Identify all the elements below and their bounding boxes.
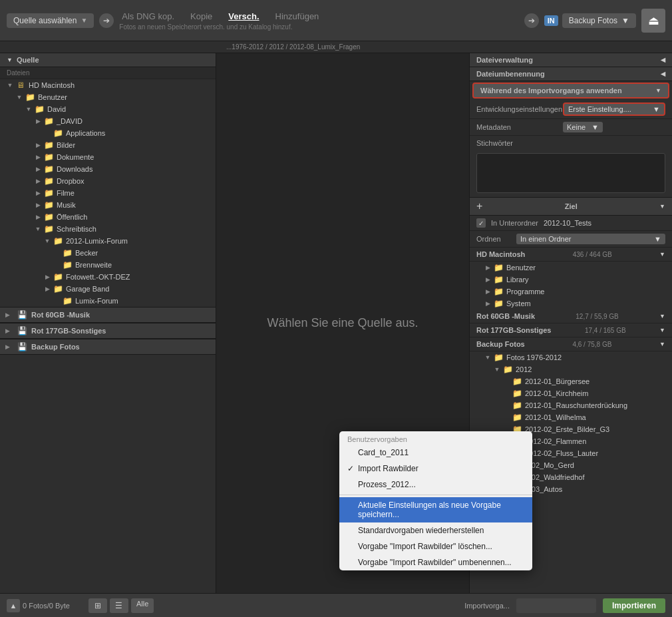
- source-header-label: Quelle: [17, 56, 39, 64]
- hd-folder-icon: 🖥: [15, 81, 27, 90]
- dest-backup-name: Backup Fotos: [476, 340, 525, 348]
- tree-item-david-folder[interactable]: ▶ 📁 _DAVID: [0, 115, 216, 127]
- dropdown-item-card[interactable]: Card_to_2011: [339, 445, 532, 461]
- tree-item-becker[interactable]: 📁 Becker: [0, 247, 216, 259]
- list-view-button[interactable]: ☰: [110, 598, 128, 613]
- tree-item-garage-band[interactable]: ▶ 📁 Garage Band: [0, 283, 216, 295]
- dest-rot177gb[interactable]: Rot 177GB-Sonstiges 17,4 / 165 GB ▼: [470, 323, 672, 337]
- tree-item-hd-macintosh[interactable]: ▼ 🖥 HD Macintosh: [0, 79, 216, 91]
- target-header: + Ziel ▼: [470, 197, 672, 216]
- dest-rausch[interactable]: 📁 2012-01_Rauschunterdrückung: [470, 399, 672, 411]
- backup-label: Backup Fotos: [569, 16, 617, 25]
- nav-forward-button[interactable]: ➔: [524, 13, 539, 28]
- tree-item-dokumente[interactable]: ▶ 📁 Dokumente: [0, 151, 216, 163]
- mode-add-button[interactable]: Hinzufügen: [273, 10, 322, 23]
- tree-item-fotowett[interactable]: ▶ 📁 Fotowett.-OKT-DEZ: [0, 271, 216, 283]
- tree-item-applications[interactable]: 📁 Applications: [0, 127, 216, 139]
- nav-back-button[interactable]: ➔: [99, 13, 114, 28]
- dest-2012-toggle-icon: ▼: [492, 366, 502, 373]
- mode-move-button[interactable]: Versch.: [226, 10, 261, 23]
- dropdown-item-prozess[interactable]: Prozess_2012...: [339, 477, 532, 493]
- tree-item-bilder[interactable]: ▶ 📁 Bilder: [0, 139, 216, 151]
- tree-item-schreibtisch[interactable]: ▼ 📁 Schreibtisch: [0, 223, 216, 235]
- dest-wilhelma[interactable]: 📁 2012-01_Wilhelma: [470, 411, 672, 423]
- dest-wilhelma-label: 2012-01_Wilhelma: [523, 413, 586, 421]
- top-bar: Quelle auswählen ▼ ➔ Als DNG kop. Kopie …: [0, 0, 672, 41]
- backup-button[interactable]: Backup Fotos ▼: [562, 13, 636, 28]
- dest-programme[interactable]: ▶ 📁 Programme: [470, 286, 672, 298]
- mode-dng-button[interactable]: Als DNG kop.: [119, 10, 177, 23]
- tree-item-lumix-forum[interactable]: 📁 Lumix-Forum: [0, 295, 216, 307]
- dest-programme-label: Programme: [504, 288, 544, 296]
- source-triangle-icon: ▼: [7, 57, 13, 63]
- metadaten-dropdown[interactable]: Keine ▼: [563, 122, 603, 132]
- oeffentlich-toggle-icon: ▶: [33, 214, 43, 220]
- dateiverwaltung-header[interactable]: Dateiverwaltung ◀: [470, 53, 672, 67]
- applications-folder-icon: 📁: [52, 128, 64, 138]
- downloads-label: Downloads: [55, 165, 216, 173]
- dateiverwaltung-triangle-icon: ◀: [661, 57, 665, 63]
- breadcrumb: ...1976-2012 / 2012 / 2012-08_Lumix_Frag…: [0, 41, 672, 53]
- backup-fotos-section[interactable]: ▶ 💾 Backup Fotos: [0, 339, 216, 355]
- keywords-input[interactable]: [476, 153, 665, 193]
- tree-item-brennweite[interactable]: 📁 Brennweite: [0, 259, 216, 271]
- dest-2012-folder-icon: 📁: [502, 365, 514, 374]
- ziel-triangle-icon: ▼: [659, 203, 665, 210]
- dest-kirchheim[interactable]: 📁 2012-01_Kirchheim: [470, 387, 672, 399]
- dest-rausch-folder-icon: 📁: [511, 401, 523, 410]
- tree-item-oeffentlich[interactable]: ▶ 📁 Öffentlich: [0, 211, 216, 223]
- downloads-toggle-icon: ▶: [33, 166, 43, 172]
- source-selector[interactable]: Quelle auswählen ▼: [7, 13, 94, 28]
- dest-buergersee-folder-icon: 📁: [511, 377, 523, 386]
- dest-library[interactable]: ▶ 📁 Library: [470, 274, 672, 286]
- rot177gb-section[interactable]: ▶ 💾 Rot 177GB-Sonstiges: [0, 323, 216, 339]
- entwicklung-value: Erste Einstellung....: [568, 105, 631, 113]
- dest-backup-fotos[interactable]: Backup Fotos 4,6 / 75,8 GB ▼: [470, 337, 672, 351]
- tree-item-filme[interactable]: ▶ 📁 Filme: [0, 187, 216, 199]
- rot60gb-section[interactable]: ▶ 💾 Rot 60GB -Musik: [0, 307, 216, 323]
- dest-fotos1976-folder-icon: 📁: [492, 353, 504, 362]
- dropdown-item-import-raw[interactable]: ✓ Import Rawbilder: [339, 461, 532, 477]
- bottom-up-button[interactable]: ▲: [7, 599, 20, 612]
- hd-toggle-icon: ▼: [5, 82, 15, 89]
- entwicklung-dropdown[interactable]: Erste Einstellung.... ▼: [563, 103, 665, 116]
- dest-programme-toggle-icon: ▶: [483, 288, 492, 295]
- entwicklung-label: Entwicklungseinstellungen: [476, 105, 563, 113]
- tree-item-lumix-forum-2012[interactable]: ▼ 📁 2012-Lumix-Forum: [0, 235, 216, 247]
- dest-hd-macintosh[interactable]: HD Macintosh 436 / 464 GB ▼: [470, 248, 672, 262]
- brennweite-label: Brennweite: [73, 261, 216, 269]
- dest-system[interactable]: ▶ 📁 System: [470, 298, 672, 309]
- dest-rot60gb[interactable]: Rot 60GB -Musik 12,7 / 55,9 GB ▼: [470, 309, 672, 323]
- dropdown-item-rename[interactable]: Vorgabe "Import Rawbilder" umbenennen...: [339, 554, 532, 570]
- lumix2012-label: 2012-Lumix-Forum: [64, 237, 216, 245]
- importieren-button[interactable]: Importieren: [603, 598, 665, 613]
- unterordner-checkbox[interactable]: ✓: [476, 218, 486, 228]
- grid-view-button[interactable]: ⊞: [88, 598, 107, 613]
- bottom-left: ▲ 0 Fotos/0 Byte: [7, 599, 70, 612]
- tree-item-musik[interactable]: ▶ 📁 Musik: [0, 199, 216, 211]
- dest-fotos-1976[interactable]: ▼ 📁 Fotos 1976-2012: [470, 351, 672, 363]
- bilder-label: Bilder: [55, 141, 216, 149]
- dest-rot177gb-name: Rot 177GB-Sonstiges: [476, 326, 551, 334]
- dateiumbenennung-header[interactable]: Dateiumbenennung ◀: [470, 67, 672, 81]
- dropdown-item-save-new[interactable]: Aktuelle Einstellungen als neue Vorgabe …: [339, 497, 532, 522]
- dest-hd-size: 436 / 464 GB: [573, 251, 612, 258]
- ordnen-dropdown[interactable]: In einen Ordner ▼: [516, 234, 665, 244]
- apply-section-header[interactable]: Während des Importvorgangs anwenden ▼: [472, 83, 669, 99]
- all-sort-button[interactable]: Alle: [131, 598, 154, 613]
- dateiumbenennung-label: Dateiumbenennung: [476, 70, 545, 78]
- dest-benutzer[interactable]: ▶ 📁 Benutzer: [470, 262, 672, 274]
- tree-item-dropbox[interactable]: ▶ 📁 Dropbox: [0, 175, 216, 187]
- dropdown-item-restore[interactable]: Standardvorgaben wiederherstellen: [339, 522, 532, 538]
- oeffentlich-label: Öffentlich: [55, 213, 216, 221]
- tree-item-david[interactable]: ▼ 📁 David: [0, 103, 216, 115]
- tree-item-downloads[interactable]: ▶ 📁 Downloads: [0, 163, 216, 175]
- tree-item-benutzer[interactable]: ▼ 📁 Benutzer: [0, 91, 216, 103]
- mode-copy-button[interactable]: Kopie: [188, 10, 215, 23]
- dropdown-item-delete[interactable]: Vorgabe "Import Rawbilder" löschen...: [339, 538, 532, 554]
- dest-2012[interactable]: ▼ 📁 2012: [470, 363, 672, 375]
- dest-fluss-label: 2012-02_Fluss_Lauter: [523, 449, 598, 457]
- benutzer-label: Benutzer: [36, 93, 216, 101]
- plus-button[interactable]: +: [476, 200, 482, 212]
- dest-buergersee[interactable]: 📁 2012-01_Bürgersee: [470, 375, 672, 387]
